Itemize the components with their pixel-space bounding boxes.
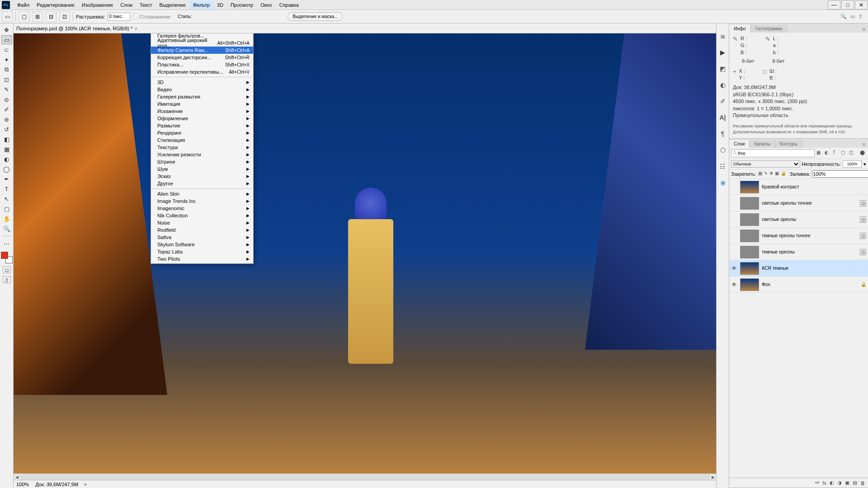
selection-subtract-icon[interactable]: ⊟ — [46, 11, 57, 22]
layer-thumbnail[interactable] — [740, 181, 759, 193]
feather-input[interactable] — [108, 13, 130, 21]
workspace-icon[interactable]: ▭ — [850, 14, 855, 19]
menu-item[interactable]: Пластика...Shift+Ctrl+X — [151, 61, 253, 68]
link-layers-icon[interactable]: ⚯ — [815, 480, 819, 486]
menu-справка[interactable]: Справка — [276, 1, 302, 9]
dodge-tool[interactable]: ◯ — [1, 164, 12, 174]
layer-row[interactable]: темные ореолы точнее◫ — [729, 228, 868, 244]
path-tool[interactable]: ↖ — [1, 194, 12, 203]
layer-row[interactable]: 👁Фон🔒 — [729, 277, 868, 293]
lock-pixels-icon[interactable]: ✎ — [764, 171, 768, 177]
opacity-input[interactable] — [843, 160, 862, 168]
marquee-tool[interactable]: ▭ — [1, 35, 12, 44]
menu-item[interactable]: Фильтр Camera Raw...Shift+Ctrl+A — [151, 47, 253, 54]
smart-filter-badge[interactable]: ◫ — [860, 200, 866, 206]
menu-item[interactable]: Коррекция дисторсии...Shift+Ctrl+R — [151, 54, 253, 61]
foreground-color-swatch[interactable] — [1, 252, 8, 259]
lock-all-icon[interactable]: 🔒 — [781, 171, 786, 177]
menu-выделение[interactable]: Выделение — [156, 1, 189, 9]
tab-layers[interactable]: Слои — [729, 140, 750, 148]
menu-3d[interactable]: 3D — [213, 1, 227, 9]
menu-item[interactable]: Размытие▶ — [151, 122, 253, 129]
menu-item[interactable]: Имитация▶ — [151, 100, 253, 108]
menu-item[interactable]: Рендеринг▶ — [151, 129, 253, 136]
menu-фильтр[interactable]: Фильтр — [189, 1, 213, 9]
lasso-tool[interactable]: ⊂ — [1, 45, 12, 54]
zoom-tool[interactable]: 🔍 — [1, 224, 12, 233]
selection-add-icon[interactable]: ⊞ — [32, 11, 43, 22]
close-button[interactable]: ✕ — [855, 0, 868, 9]
paragraph-panel-icon[interactable]: ¶ — [718, 129, 727, 138]
crop-tool[interactable]: ⧉ — [1, 65, 12, 74]
document-tab[interactable]: Полноразмер.psd @ 100% (ACR темные, RGB/… — [14, 23, 716, 33]
layer-row[interactable]: темные ореолы◫ — [729, 244, 868, 260]
menu-окно[interactable]: Окно — [257, 1, 276, 9]
type-tool[interactable]: T — [1, 184, 12, 193]
healing-brush-tool[interactable]: ⊘ — [1, 95, 12, 104]
menu-item[interactable]: Адаптивный широкий угол...Alt+Shift+Ctrl… — [151, 39, 253, 47]
menu-item[interactable]: 3D▶ — [151, 79, 253, 86]
layer-row[interactable]: Краевой контраст — [729, 179, 868, 195]
menu-слои[interactable]: Слои — [117, 1, 136, 9]
lock-artboard-icon[interactable]: ▣ — [775, 171, 779, 177]
color-panel-icon[interactable]: ◉ — [718, 178, 727, 187]
layer-row[interactable]: светлые ореолы точнее◫ — [729, 195, 868, 211]
edit-toolbar[interactable]: ⋯ — [1, 239, 12, 248]
layer-row[interactable]: 👁ACR темные — [729, 260, 868, 277]
smart-filter-badge[interactable]: ◫ — [860, 216, 866, 223]
brushes-panel-icon[interactable]: ✐ — [718, 97, 727, 106]
new-layer-icon[interactable]: ▤ — [853, 480, 857, 486]
layer-thumbnail[interactable] — [740, 262, 759, 275]
visibility-toggle[interactable]: 👁 — [731, 265, 737, 272]
canvas[interactable]: Фильтр Camera RawAlt+Ctrl+FПреобразовать… — [14, 33, 716, 474]
menu-item[interactable]: Noise▶ — [151, 219, 253, 226]
menu-item[interactable]: Оформление▶ — [151, 115, 253, 122]
layer-style-icon[interactable]: fx — [822, 480, 826, 486]
filter-type-icon[interactable]: T — [833, 150, 839, 156]
layer-row[interactable]: светлые ореолы◫ — [729, 211, 868, 228]
menu-item[interactable]: Redfield▶ — [151, 226, 253, 234]
libraries-panel-icon[interactable]: ☷ — [718, 162, 727, 171]
clone-stamp-tool[interactable]: ⊛ — [1, 115, 12, 124]
zoom-level[interactable]: 100% — [16, 482, 29, 487]
filter-adjustment-icon[interactable]: ◐ — [825, 150, 831, 156]
blend-mode-select[interactable]: Обычные — [731, 160, 800, 168]
eraser-tool[interactable]: ◧ — [1, 135, 12, 144]
close-tab-icon[interactable]: × — [134, 26, 137, 31]
search-icon[interactable]: 🔍 — [840, 14, 847, 19]
lock-transparency-icon[interactable]: ▦ — [758, 171, 762, 177]
layer-thumbnail[interactable] — [740, 197, 759, 210]
adjustments-panel-icon[interactable]: ◐ — [718, 80, 727, 89]
layer-thumbnail[interactable] — [740, 246, 759, 258]
menu-текст[interactable]: Текст — [136, 1, 156, 9]
history-panel-icon[interactable]: ≣ — [718, 32, 727, 41]
menu-item[interactable]: Skylum Software▶ — [151, 241, 253, 248]
menu-item[interactable]: Image Trends Inc▶ — [151, 197, 253, 205]
menu-просмотр[interactable]: Просмотр — [227, 1, 257, 9]
history-brush-tool[interactable]: ↺ — [1, 125, 12, 134]
select-and-mask-button[interactable]: Выделение и маска... — [288, 12, 343, 21]
pen-tool[interactable]: ✒ — [1, 174, 12, 183]
screenmode-toggle[interactable]: ▯ — [3, 276, 11, 283]
tab-paths[interactable]: Контуры — [775, 140, 802, 148]
menu-файл[interactable]: Файл — [14, 1, 33, 9]
layer-thumbnail[interactable] — [740, 230, 759, 242]
delete-layer-icon[interactable]: 🗑 — [860, 480, 865, 486]
tab-channels[interactable]: Каналы — [750, 140, 775, 148]
actions-panel-icon[interactable]: ▶ — [718, 48, 727, 57]
quickmask-toggle[interactable]: ◻ — [3, 266, 11, 273]
tool-preset-icon[interactable]: ▭ — [2, 11, 13, 22]
smart-filter-badge[interactable]: ◫ — [860, 233, 866, 239]
menu-item[interactable]: Усиление резкости▶ — [151, 151, 253, 158]
layer-thumbnail[interactable] — [740, 213, 759, 226]
brush-tool[interactable]: ✐ — [1, 105, 12, 114]
blur-tool[interactable]: ◐ — [1, 155, 12, 164]
menu-item[interactable]: Imagenomic▶ — [151, 205, 253, 212]
fill-input[interactable] — [812, 170, 868, 178]
filter-shape-icon[interactable]: ▢ — [841, 150, 847, 156]
lock-position-icon[interactable]: ✥ — [769, 171, 773, 177]
filter-smart-icon[interactable]: ◫ — [849, 150, 855, 156]
selection-intersect-icon[interactable]: ⊡ — [59, 11, 70, 22]
filter-pixel-icon[interactable]: ▦ — [816, 150, 823, 156]
smart-filter-badge[interactable]: ◫ — [860, 249, 866, 255]
